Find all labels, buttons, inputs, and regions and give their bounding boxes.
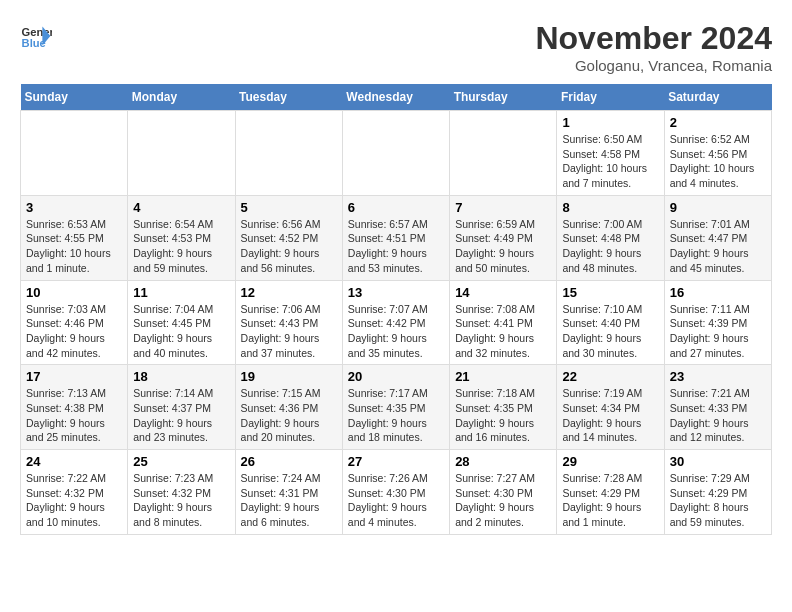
weekday-header-row: SundayMondayTuesdayWednesdayThursdayFrid… — [21, 84, 772, 111]
day-info: Sunrise: 7:29 AM Sunset: 4:29 PM Dayligh… — [670, 471, 766, 530]
logo-icon: General Blue — [20, 20, 52, 52]
calendar-cell: 14Sunrise: 7:08 AM Sunset: 4:41 PM Dayli… — [450, 280, 557, 365]
day-number: 6 — [348, 200, 444, 215]
day-number: 22 — [562, 369, 658, 384]
weekday-header-cell: Wednesday — [342, 84, 449, 111]
calendar-cell: 10Sunrise: 7:03 AM Sunset: 4:46 PM Dayli… — [21, 280, 128, 365]
day-info: Sunrise: 6:54 AM Sunset: 4:53 PM Dayligh… — [133, 217, 229, 276]
day-info: Sunrise: 7:26 AM Sunset: 4:30 PM Dayligh… — [348, 471, 444, 530]
calendar-cell: 7Sunrise: 6:59 AM Sunset: 4:49 PM Daylig… — [450, 195, 557, 280]
month-title: November 2024 — [535, 20, 772, 57]
day-number: 9 — [670, 200, 766, 215]
calendar-cell: 27Sunrise: 7:26 AM Sunset: 4:30 PM Dayli… — [342, 450, 449, 535]
calendar-cell: 19Sunrise: 7:15 AM Sunset: 4:36 PM Dayli… — [235, 365, 342, 450]
day-info: Sunrise: 7:00 AM Sunset: 4:48 PM Dayligh… — [562, 217, 658, 276]
calendar-cell: 25Sunrise: 7:23 AM Sunset: 4:32 PM Dayli… — [128, 450, 235, 535]
calendar-cell: 28Sunrise: 7:27 AM Sunset: 4:30 PM Dayli… — [450, 450, 557, 535]
day-info: Sunrise: 7:22 AM Sunset: 4:32 PM Dayligh… — [26, 471, 122, 530]
day-info: Sunrise: 7:23 AM Sunset: 4:32 PM Dayligh… — [133, 471, 229, 530]
calendar-week-row: 17Sunrise: 7:13 AM Sunset: 4:38 PM Dayli… — [21, 365, 772, 450]
calendar-cell: 12Sunrise: 7:06 AM Sunset: 4:43 PM Dayli… — [235, 280, 342, 365]
calendar-body: 1Sunrise: 6:50 AM Sunset: 4:58 PM Daylig… — [21, 111, 772, 535]
day-number: 24 — [26, 454, 122, 469]
calendar-cell: 18Sunrise: 7:14 AM Sunset: 4:37 PM Dayli… — [128, 365, 235, 450]
weekday-header-cell: Friday — [557, 84, 664, 111]
calendar-cell: 1Sunrise: 6:50 AM Sunset: 4:58 PM Daylig… — [557, 111, 664, 196]
weekday-header-cell: Tuesday — [235, 84, 342, 111]
day-info: Sunrise: 7:27 AM Sunset: 4:30 PM Dayligh… — [455, 471, 551, 530]
weekday-header-cell: Saturday — [664, 84, 771, 111]
day-number: 29 — [562, 454, 658, 469]
weekday-header-cell: Monday — [128, 84, 235, 111]
location: Gologanu, Vrancea, Romania — [535, 57, 772, 74]
calendar-cell: 17Sunrise: 7:13 AM Sunset: 4:38 PM Dayli… — [21, 365, 128, 450]
day-info: Sunrise: 7:19 AM Sunset: 4:34 PM Dayligh… — [562, 386, 658, 445]
day-number: 11 — [133, 285, 229, 300]
day-info: Sunrise: 7:15 AM Sunset: 4:36 PM Dayligh… — [241, 386, 337, 445]
day-number: 25 — [133, 454, 229, 469]
page-header: General Blue November 2024 Gologanu, Vra… — [20, 20, 772, 74]
calendar-cell: 6Sunrise: 6:57 AM Sunset: 4:51 PM Daylig… — [342, 195, 449, 280]
day-number: 2 — [670, 115, 766, 130]
calendar-week-row: 1Sunrise: 6:50 AM Sunset: 4:58 PM Daylig… — [21, 111, 772, 196]
day-number: 3 — [26, 200, 122, 215]
calendar-cell — [21, 111, 128, 196]
day-info: Sunrise: 7:21 AM Sunset: 4:33 PM Dayligh… — [670, 386, 766, 445]
day-number: 1 — [562, 115, 658, 130]
day-info: Sunrise: 6:59 AM Sunset: 4:49 PM Dayligh… — [455, 217, 551, 276]
day-number: 26 — [241, 454, 337, 469]
day-number: 21 — [455, 369, 551, 384]
day-info: Sunrise: 7:08 AM Sunset: 4:41 PM Dayligh… — [455, 302, 551, 361]
day-number: 15 — [562, 285, 658, 300]
day-number: 17 — [26, 369, 122, 384]
calendar-week-row: 24Sunrise: 7:22 AM Sunset: 4:32 PM Dayli… — [21, 450, 772, 535]
calendar-cell: 21Sunrise: 7:18 AM Sunset: 4:35 PM Dayli… — [450, 365, 557, 450]
day-number: 28 — [455, 454, 551, 469]
calendar-cell: 11Sunrise: 7:04 AM Sunset: 4:45 PM Dayli… — [128, 280, 235, 365]
calendar-cell: 30Sunrise: 7:29 AM Sunset: 4:29 PM Dayli… — [664, 450, 771, 535]
logo: General Blue — [20, 20, 52, 52]
day-number: 23 — [670, 369, 766, 384]
day-info: Sunrise: 7:14 AM Sunset: 4:37 PM Dayligh… — [133, 386, 229, 445]
day-info: Sunrise: 7:06 AM Sunset: 4:43 PM Dayligh… — [241, 302, 337, 361]
calendar-cell — [235, 111, 342, 196]
calendar-cell: 8Sunrise: 7:00 AM Sunset: 4:48 PM Daylig… — [557, 195, 664, 280]
weekday-header-cell: Sunday — [21, 84, 128, 111]
calendar-cell: 26Sunrise: 7:24 AM Sunset: 4:31 PM Dayli… — [235, 450, 342, 535]
day-number: 8 — [562, 200, 658, 215]
day-info: Sunrise: 6:56 AM Sunset: 4:52 PM Dayligh… — [241, 217, 337, 276]
day-info: Sunrise: 7:03 AM Sunset: 4:46 PM Dayligh… — [26, 302, 122, 361]
calendar-cell: 16Sunrise: 7:11 AM Sunset: 4:39 PM Dayli… — [664, 280, 771, 365]
calendar-cell: 9Sunrise: 7:01 AM Sunset: 4:47 PM Daylig… — [664, 195, 771, 280]
day-info: Sunrise: 7:01 AM Sunset: 4:47 PM Dayligh… — [670, 217, 766, 276]
day-info: Sunrise: 6:53 AM Sunset: 4:55 PM Dayligh… — [26, 217, 122, 276]
calendar-cell: 5Sunrise: 6:56 AM Sunset: 4:52 PM Daylig… — [235, 195, 342, 280]
calendar-table: SundayMondayTuesdayWednesdayThursdayFrid… — [20, 84, 772, 535]
day-number: 30 — [670, 454, 766, 469]
day-number: 18 — [133, 369, 229, 384]
calendar-cell: 29Sunrise: 7:28 AM Sunset: 4:29 PM Dayli… — [557, 450, 664, 535]
day-info: Sunrise: 6:50 AM Sunset: 4:58 PM Dayligh… — [562, 132, 658, 191]
calendar-cell: 2Sunrise: 6:52 AM Sunset: 4:56 PM Daylig… — [664, 111, 771, 196]
day-info: Sunrise: 7:07 AM Sunset: 4:42 PM Dayligh… — [348, 302, 444, 361]
day-info: Sunrise: 7:04 AM Sunset: 4:45 PM Dayligh… — [133, 302, 229, 361]
calendar-week-row: 10Sunrise: 7:03 AM Sunset: 4:46 PM Dayli… — [21, 280, 772, 365]
day-number: 4 — [133, 200, 229, 215]
day-info: Sunrise: 7:10 AM Sunset: 4:40 PM Dayligh… — [562, 302, 658, 361]
day-info: Sunrise: 7:17 AM Sunset: 4:35 PM Dayligh… — [348, 386, 444, 445]
day-number: 20 — [348, 369, 444, 384]
day-info: Sunrise: 7:13 AM Sunset: 4:38 PM Dayligh… — [26, 386, 122, 445]
day-info: Sunrise: 7:28 AM Sunset: 4:29 PM Dayligh… — [562, 471, 658, 530]
calendar-cell: 4Sunrise: 6:54 AM Sunset: 4:53 PM Daylig… — [128, 195, 235, 280]
calendar-week-row: 3Sunrise: 6:53 AM Sunset: 4:55 PM Daylig… — [21, 195, 772, 280]
calendar-cell — [128, 111, 235, 196]
day-info: Sunrise: 7:18 AM Sunset: 4:35 PM Dayligh… — [455, 386, 551, 445]
day-number: 19 — [241, 369, 337, 384]
weekday-header-cell: Thursday — [450, 84, 557, 111]
day-number: 16 — [670, 285, 766, 300]
calendar-cell: 24Sunrise: 7:22 AM Sunset: 4:32 PM Dayli… — [21, 450, 128, 535]
calendar-cell: 13Sunrise: 7:07 AM Sunset: 4:42 PM Dayli… — [342, 280, 449, 365]
day-number: 27 — [348, 454, 444, 469]
calendar-cell: 22Sunrise: 7:19 AM Sunset: 4:34 PM Dayli… — [557, 365, 664, 450]
day-info: Sunrise: 7:24 AM Sunset: 4:31 PM Dayligh… — [241, 471, 337, 530]
